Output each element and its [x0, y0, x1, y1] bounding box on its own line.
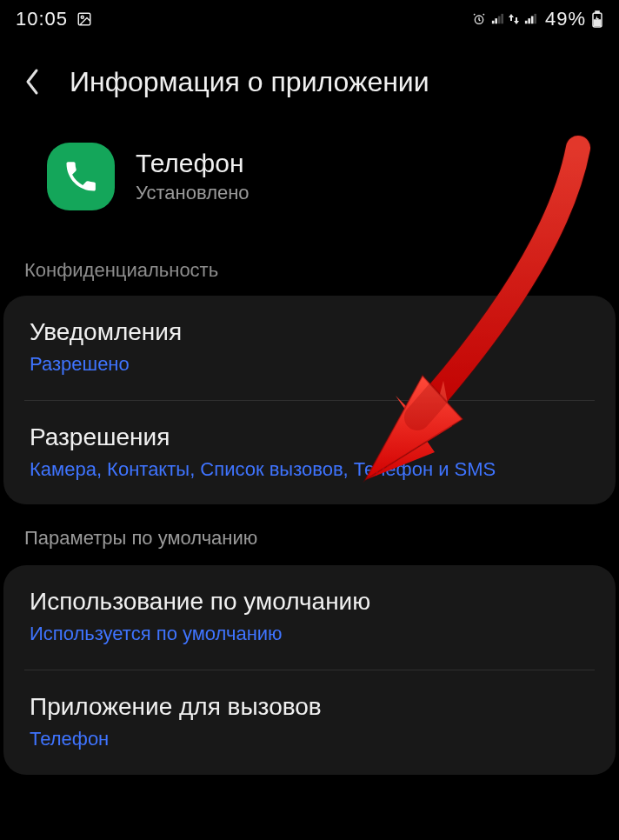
svg-rect-9: [531, 17, 534, 24]
row-title: Использование по умолчанию: [30, 588, 589, 616]
section-header-privacy: Конфиденциальность: [0, 233, 619, 290]
svg-rect-6: [501, 14, 503, 23]
svg-rect-12: [596, 11, 599, 13]
svg-rect-10: [534, 14, 536, 23]
status-time: 10:05: [16, 8, 68, 30]
svg-rect-13: [595, 20, 601, 26]
app-name: Телефон: [136, 149, 250, 178]
app-install-status: Установлено: [136, 182, 250, 204]
battery-percent: 49%: [545, 8, 586, 30]
row-title: Разрешения: [30, 423, 589, 451]
app-summary: Телефон Установлено: [0, 113, 619, 233]
back-button[interactable]: [19, 64, 45, 99]
privacy-group: Уведомления Разрешено Разрешения Камера,…: [3, 296, 616, 504]
svg-rect-3: [492, 21, 495, 24]
status-bar: 10:05: [0, 0, 619, 38]
signal-icon-2: [524, 13, 536, 25]
row-value: Разрешено: [30, 351, 589, 377]
phone-app-icon: [47, 143, 115, 210]
screenshot-icon: [77, 11, 92, 27]
svg-rect-5: [498, 17, 501, 24]
row-value: Телефон: [30, 726, 589, 752]
data-icon: [509, 13, 519, 25]
title-bar: Информация о приложении: [0, 38, 619, 113]
row-value: Камера, Контакты, Список вызовов, Телефо…: [30, 457, 589, 483]
row-notifications[interactable]: Уведомления Разрешено: [3, 296, 616, 400]
svg-point-1: [81, 16, 83, 18]
svg-rect-8: [528, 18, 530, 23]
row-title: Уведомления: [30, 318, 589, 346]
row-value: Используется по умолчанию: [30, 621, 589, 647]
battery-icon: [591, 10, 603, 28]
row-call-app[interactable]: Приложение для вызовов Телефон: [3, 670, 616, 775]
svg-rect-4: [495, 18, 497, 23]
signal-icon-1: [491, 13, 503, 25]
alarm-icon: [472, 12, 486, 26]
defaults-group: Использование по умолчанию Используется …: [3, 565, 616, 774]
row-default-usage[interactable]: Использование по умолчанию Используется …: [3, 565, 616, 670]
row-title: Приложение для вызовов: [30, 693, 589, 721]
section-header-defaults: Параметры по умолчанию: [0, 504, 619, 560]
row-permissions[interactable]: Разрешения Камера, Контакты, Список вызо…: [3, 401, 616, 505]
page-title: Информация о приложении: [70, 66, 429, 98]
svg-rect-7: [525, 21, 528, 24]
